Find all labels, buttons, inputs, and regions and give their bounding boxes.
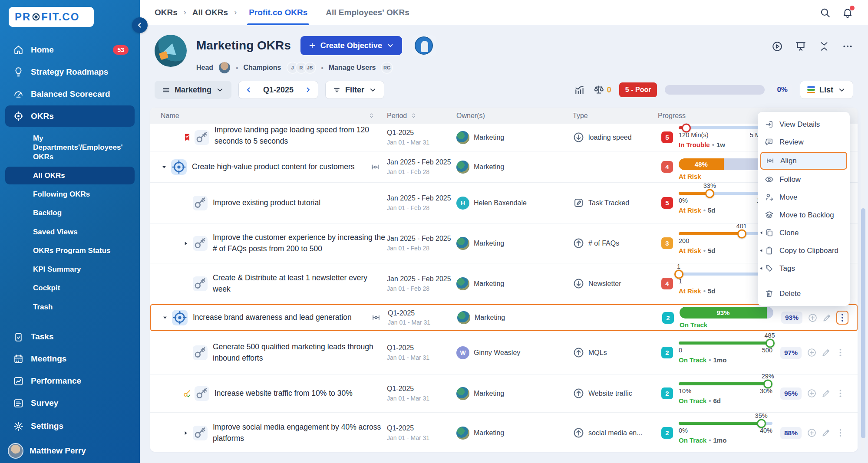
sidebar-subitem-following-okrs[interactable]: Following OKRs: [5, 185, 135, 203]
sidebar-item-balanced-scorecard[interactable]: Balanced Scorecard: [5, 83, 135, 105]
menu-item-align[interactable]: Align: [760, 152, 847, 170]
champion-avatar[interactable]: JS: [304, 62, 316, 74]
manage-users-badge[interactable]: RG: [381, 62, 393, 74]
sidebar-item-tasks[interactable]: Tasks: [5, 326, 135, 348]
okr-name[interactable]: Improve social media engagement by 40% a…: [213, 422, 387, 444]
slider-knob[interactable]: [757, 419, 766, 428]
sidebar-item-strategy-roadmaps[interactable]: Strategy Roadmaps: [5, 61, 135, 82]
breadcrumb-okrs[interactable]: OKRs: [155, 8, 178, 17]
column-header-owner-s-[interactable]: Owner(s): [456, 112, 573, 120]
sidebar-subitem-all-okrs[interactable]: All OKRs: [5, 167, 135, 184]
menu-item-move-to-backlog[interactable]: Move to Backlog: [758, 206, 850, 224]
expand-caret-icon[interactable]: [182, 240, 189, 247]
column-header-type[interactable]: Type: [573, 112, 658, 120]
align-indicator-icon[interactable]: [370, 162, 380, 172]
okr-name[interactable]: Increase brand awareness and lead genera…: [193, 312, 352, 323]
profitco-logo[interactable]: PR FIT.CO: [9, 7, 94, 27]
sidebar-item-survey[interactable]: Survey: [5, 393, 135, 414]
create-objective-button[interactable]: Create Objective: [300, 36, 402, 55]
menu-item-clone[interactable]: Clone: [758, 224, 850, 242]
department-dropdown[interactable]: Marketing: [155, 81, 231, 99]
sidebar-subitem-trash[interactable]: Trash: [5, 298, 135, 316]
collapse-all-icon[interactable]: [818, 41, 830, 52]
view-mode-dropdown[interactable]: List: [800, 81, 853, 99]
play-video-icon[interactable]: [772, 41, 783, 52]
slider-knob[interactable]: [766, 338, 775, 348]
edit-pencil-icon[interactable]: [821, 348, 831, 358]
slider-knob[interactable]: [705, 189, 714, 198]
align-indicator-icon[interactable]: [371, 313, 381, 322]
menu-item-review[interactable]: Review: [758, 133, 850, 151]
next-period-button[interactable]: [298, 81, 318, 99]
sidebar-subitem-okrs-program-status[interactable]: OKRs Program Status: [5, 242, 135, 259]
coach-avatar-button[interactable]: [412, 35, 436, 56]
presentation-icon[interactable]: [795, 41, 806, 52]
okr-name[interactable]: Improve existing product tutorial: [213, 197, 320, 208]
expand-caret-icon[interactable]: [161, 164, 168, 171]
enter-icon: [765, 120, 774, 129]
slider-knob[interactable]: [682, 123, 691, 132]
previous-period-button[interactable]: [239, 81, 259, 99]
okr-name[interactable]: Create high-value product content for cu…: [192, 161, 355, 172]
okr-name[interactable]: Increase website traffic from 10% to 30%: [215, 388, 353, 399]
arrow-down-circle-icon: [573, 278, 584, 289]
okr-name[interactable]: Create & Distribute at least 1 newslette…: [213, 273, 387, 295]
row-menu-dots-icon[interactable]: [835, 428, 845, 438]
sidebar-item-meetings[interactable]: Meetings: [5, 348, 135, 370]
sidebar-subitem-kpi-summary[interactable]: KPI Summary: [5, 260, 135, 278]
row-menu-dots-icon[interactable]: [835, 388, 845, 398]
tab-all-employees-okrs[interactable]: All Employees' OKRs: [324, 0, 411, 25]
sidebar-collapse-button[interactable]: [132, 17, 148, 33]
search-icon[interactable]: [819, 7, 831, 18]
column-header-name[interactable]: Name: [150, 112, 387, 120]
slider-knob[interactable]: [737, 229, 746, 238]
sidebar-user[interactable]: Matthew Perry: [0, 438, 140, 463]
slider-knob[interactable]: [674, 269, 683, 279]
sidebar-subitem-backlog[interactable]: Backlog: [5, 204, 135, 222]
expand-caret-icon[interactable]: [162, 314, 168, 321]
okr-name[interactable]: Improve landing page loading speed from …: [215, 125, 387, 147]
menu-item-tags[interactable]: Tags: [758, 259, 850, 277]
menu-item-delete[interactable]: Delete: [758, 285, 850, 302]
menu-item-move[interactable]: Move: [758, 188, 850, 206]
edit-pencil-icon[interactable]: [822, 313, 832, 323]
period-cell: Q1-2025Jan 01 - Mar 31: [388, 309, 457, 327]
row-menu-dots-icon[interactable]: [835, 348, 845, 358]
breadcrumb-all-okrs[interactable]: All OKRs: [192, 8, 228, 17]
edit-pencil-icon[interactable]: [821, 428, 831, 438]
page-scrollbar-thumb[interactable]: [861, 208, 865, 438]
okr-name[interactable]: Improve the customer experience by incre…: [213, 232, 387, 254]
insights-chart-icon[interactable]: [574, 84, 585, 95]
sidebar-item-home[interactable]: Home53: [5, 39, 135, 60]
home-icon: [13, 44, 24, 55]
notifications-bell-icon[interactable]: [842, 7, 853, 18]
more-options-icon[interactable]: [842, 41, 853, 52]
row-menu-dots-icon[interactable]: [836, 311, 848, 325]
menu-item-follow[interactable]: Follow: [758, 171, 850, 188]
manage-users-label[interactable]: Manage Users: [329, 64, 376, 72]
column-header-period[interactable]: Period: [387, 112, 456, 120]
okr-name[interactable]: Generate 500 qualified marketing leads t…: [213, 342, 387, 364]
sidebar-subitem-saved-views[interactable]: Saved Views: [5, 223, 135, 241]
sidebar-subitem-cockpit[interactable]: Cockpit: [5, 279, 135, 297]
weight-scale-control[interactable]: 0: [593, 84, 611, 95]
filter-dropdown[interactable]: Filter: [325, 81, 384, 99]
sidebar-item-performance[interactable]: Performance: [5, 371, 135, 392]
slider-knob[interactable]: [763, 379, 772, 388]
sidebar-item-okrs[interactable]: OKRs: [5, 105, 135, 127]
edit-pencil-icon[interactable]: [821, 388, 831, 398]
checkin-plus-icon[interactable]: [807, 428, 817, 438]
checkin-plus-icon[interactable]: [807, 348, 817, 358]
sidebar-item-settings[interactable]: Settings: [5, 416, 135, 437]
checkin-plus-icon[interactable]: [807, 388, 817, 398]
period-label[interactable]: Q1-2025: [259, 85, 298, 95]
menu-item-copy-to-clipboard[interactable]: Copy to Clipboard: [758, 242, 850, 259]
period-dates: Jan 01 - Mar 31: [387, 354, 453, 362]
menu-item-view-details[interactable]: View Details: [758, 115, 850, 133]
sidebar-subitem-my-departments-employees-okrs[interactable]: My Departments'/Employees' OKRs: [5, 129, 135, 166]
expand-caret-icon[interactable]: [182, 430, 189, 437]
score-badge[interactable]: 5 - Poor: [619, 82, 657, 97]
head-avatar[interactable]: [218, 62, 231, 74]
checkin-plus-icon[interactable]: [808, 313, 818, 323]
tab-profit-co-okrs[interactable]: Profit.co OKRs: [247, 0, 309, 25]
